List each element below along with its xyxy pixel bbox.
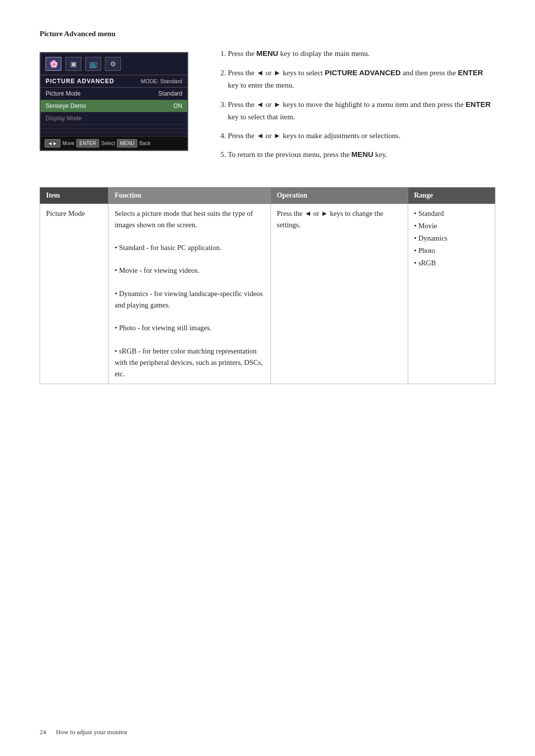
page-title: Picture Advanced menu bbox=[40, 30, 495, 38]
arrow-right-3: ► bbox=[273, 132, 281, 140]
col-header-range: Range bbox=[408, 187, 495, 203]
range-item-movie: Movie bbox=[414, 220, 489, 232]
col-header-item: Item bbox=[40, 187, 108, 203]
footer-content: 24 How to adjust your monitor bbox=[40, 728, 127, 736]
function-desc-srgb: • sRGB - for better color matching repre… bbox=[114, 346, 264, 380]
osd-header-title: PICTURE ADVANCED bbox=[46, 78, 114, 85]
osd-spacer-2 bbox=[41, 129, 187, 133]
osd-row-senseye: Senseye Demo ON bbox=[41, 100, 187, 112]
function-desc-standard: • Standard - for basic PC application. bbox=[114, 242, 264, 253]
function-desc-photo: • Photo - for viewing still images. bbox=[114, 322, 264, 334]
table-row: Picture Mode Selects a picture mode that… bbox=[40, 203, 495, 384]
osd-btn-enter: ENTER bbox=[76, 139, 99, 148]
osd-btn-move-arrows: ◄► bbox=[45, 139, 60, 148]
osd-footer-move-label: Move bbox=[62, 141, 74, 146]
range-item-photo: Photo bbox=[414, 245, 489, 256]
osd-box: 🌸 ▣ 📺 ⚙ PICTURE ADVANCED MODE: Standard … bbox=[40, 52, 188, 151]
osd-spacer-1 bbox=[41, 125, 187, 129]
instruction-step-5: To return to the previous menu, press th… bbox=[228, 148, 495, 161]
osd-header: PICTURE ADVANCED MODE: Standard bbox=[41, 75, 187, 88]
osd-header-mode: MODE: Standard bbox=[141, 78, 182, 84]
cell-operation-picture-mode: Press the ◄ or ► keys to change the sett… bbox=[270, 203, 408, 384]
table-header-row: Item Function Operation Range bbox=[40, 187, 495, 203]
key-enter-2: ENTER bbox=[466, 100, 491, 108]
osd-btn-menu: MENU bbox=[117, 139, 137, 148]
osd-footer: ◄► Move ENTER Select MENU Back bbox=[41, 137, 187, 150]
key-enter-1: ENTER bbox=[458, 68, 483, 77]
osd-icon-2: ▣ bbox=[65, 57, 81, 71]
picture-mode-table: Item Function Operation Range Picture Mo… bbox=[40, 187, 495, 385]
range-item-standard: Standard bbox=[414, 208, 489, 219]
osd-footer-select-label: Select bbox=[101, 141, 115, 146]
osd-icon-1: 🌸 bbox=[46, 57, 61, 71]
instruction-step-1: Press the MENU key to display the main m… bbox=[228, 47, 495, 60]
osd-icons-row: 🌸 ▣ 📺 ⚙ bbox=[41, 53, 187, 75]
page-number: 24 bbox=[40, 728, 46, 736]
col-header-operation: Operation bbox=[270, 187, 408, 203]
osd-icon-3: 📺 bbox=[85, 57, 101, 71]
arrow-left-3: ◄ bbox=[257, 132, 264, 140]
col-header-function: Function bbox=[108, 187, 270, 203]
function-desc-dynamics: • Dynamics - for viewing landscape-speci… bbox=[114, 288, 264, 311]
osd-row-picture-mode: Picture Mode Standard bbox=[41, 88, 187, 100]
arrow-left-1: ◄ bbox=[257, 69, 264, 77]
range-item-dynamics: Dynamics bbox=[414, 233, 489, 244]
arrow-right-2: ► bbox=[273, 101, 281, 108]
osd-row-display-mode: Display Mode bbox=[41, 112, 187, 125]
footer-text: How to adjust your monitor bbox=[56, 728, 127, 736]
osd-container: 🌸 ▣ 📺 ⚙ PICTURE ADVANCED MODE: Standard … bbox=[40, 52, 198, 167]
arrow-left-table: ◄ bbox=[304, 209, 311, 217]
range-list: Standard Movie Dynamics Photo sRGB bbox=[414, 208, 489, 269]
arrow-left-2: ◄ bbox=[257, 101, 264, 108]
function-desc-movie: • Movie - for viewing videos. bbox=[114, 265, 264, 276]
instruction-step-2: Press the ◄ or ► keys to select PICTURE … bbox=[228, 66, 495, 92]
osd-spacer-3 bbox=[41, 133, 187, 137]
instructions-list: Press the MENU key to display the main m… bbox=[218, 47, 495, 161]
cell-range-picture-mode: Standard Movie Dynamics Photo sRGB bbox=[408, 203, 495, 384]
key-menu-2: MENU bbox=[351, 150, 373, 158]
key-menu-1: MENU bbox=[257, 49, 278, 57]
osd-footer-back-label: Back bbox=[139, 141, 150, 146]
page-footer: 24 How to adjust your monitor bbox=[40, 728, 127, 736]
cell-item-picture-mode: Picture Mode bbox=[40, 203, 108, 384]
instruction-step-4: Press the ◄ or ► keys to make adjustment… bbox=[228, 130, 495, 143]
arrow-right-table: ► bbox=[321, 209, 328, 217]
cell-function-picture-mode: Selects a picture mode that best suits t… bbox=[108, 203, 270, 384]
arrow-right-1: ► bbox=[273, 69, 281, 77]
function-desc-1: Selects a picture mode that best suits t… bbox=[114, 208, 264, 231]
range-item-srgb: sRGB bbox=[414, 257, 489, 269]
instructions-panel: Press the MENU key to display the main m… bbox=[218, 47, 495, 167]
key-picture-advanced: PICTURE ADVANCED bbox=[325, 68, 401, 77]
instruction-step-3: Press the ◄ or ► keys to move the highli… bbox=[228, 98, 495, 124]
osd-icon-4: ⚙ bbox=[105, 57, 121, 71]
